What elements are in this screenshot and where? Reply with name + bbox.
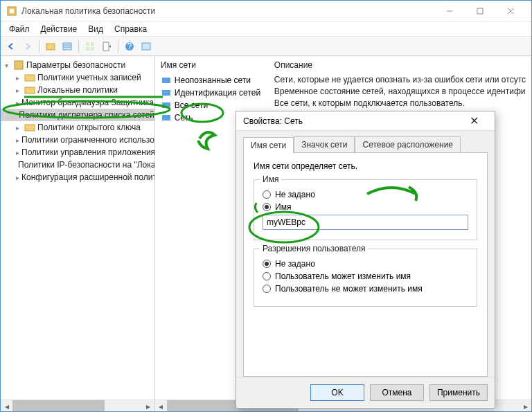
radio-name[interactable]: Имя xyxy=(263,202,468,212)
properties-dialog: Свойства: Сеть ✕ Имя сети Значок сети Се… xyxy=(236,111,495,409)
svg-rect-6 xyxy=(86,47,89,51)
radio-icon[interactable] xyxy=(263,260,271,268)
description-text: Все сети, к которым подключается пользов… xyxy=(274,98,526,109)
scroll-left-icon[interactable]: ◂ xyxy=(1,400,12,411)
dialog-button-row: OK Отмена Применить xyxy=(236,377,495,408)
folder-icon[interactable] xyxy=(43,39,58,54)
svg-rect-7 xyxy=(91,47,94,51)
network-icon xyxy=(161,87,172,98)
tree-item[interactable]: Политики IP-безопасности на "Локальн xyxy=(1,159,154,171)
expand-icon[interactable]: ▸ xyxy=(16,136,19,144)
svg-rect-25 xyxy=(162,102,170,108)
svg-rect-11 xyxy=(142,43,150,50)
network-icon xyxy=(161,100,172,111)
titlebar: Локальная политика безопасности xyxy=(1,1,531,21)
expand-icon[interactable]: ▸ xyxy=(16,99,19,107)
tree-item[interactable]: ▸Локальные политики xyxy=(1,84,154,96)
grid-icon[interactable] xyxy=(82,39,98,54)
tab-network-location[interactable]: Сетевое расположение xyxy=(355,136,461,152)
column-header-name[interactable]: Имя сети xyxy=(161,59,263,74)
tab-panel: Имя сети определяет сеть. Имя Не задано … xyxy=(243,152,488,377)
minimize-button[interactable] xyxy=(434,1,465,21)
menu-help[interactable]: Справка xyxy=(109,23,152,35)
radio-perm-can-change[interactable]: Пользователь может изменить имя xyxy=(263,271,468,281)
scroll-right-icon[interactable]: ▸ xyxy=(143,400,154,411)
group-legend: Разрешения пользователя xyxy=(260,244,368,253)
svg-rect-4 xyxy=(86,42,89,46)
svg-rect-26 xyxy=(162,115,170,120)
svg-rect-17 xyxy=(25,125,35,131)
close-button[interactable] xyxy=(495,1,526,21)
radio-perm-cannot-change[interactable]: Пользователь не может изменить имя xyxy=(263,284,468,294)
maximize-button[interactable] xyxy=(465,1,495,21)
column-header-desc[interactable]: Описание xyxy=(274,59,526,74)
folder-icon xyxy=(24,84,35,96)
svg-rect-13 xyxy=(25,75,35,81)
scroll-right-icon[interactable]: ▸ xyxy=(520,400,531,411)
description-text: Временное состояние сетей, находящихся в… xyxy=(274,86,526,98)
toolbar: ? xyxy=(1,37,531,56)
tree-item-selected[interactable]: Политики диспетчера списка сетей xyxy=(1,109,154,121)
collapse-icon[interactable]: ▾ xyxy=(5,62,13,69)
menu-file[interactable]: Файл xyxy=(3,23,35,35)
folder-icon xyxy=(24,122,35,133)
dialog-title: Свойства: Сеть xyxy=(243,116,460,126)
description-text: Сети, которые не удается опознать из-за … xyxy=(274,74,526,86)
horizontal-scrollbar[interactable]: ◂ ▸ xyxy=(1,400,154,411)
expand-icon[interactable]: ▸ xyxy=(16,174,19,181)
network-icon xyxy=(161,75,172,86)
hint-text: Имя сети определяет сеть. xyxy=(254,161,477,171)
refresh-icon[interactable] xyxy=(139,39,154,54)
menu-view[interactable]: Вид xyxy=(82,23,109,35)
radio-icon[interactable] xyxy=(263,285,271,293)
dialog-close-button[interactable]: ✕ xyxy=(460,112,488,130)
forward-button[interactable] xyxy=(20,39,35,54)
network-name-input[interactable] xyxy=(263,215,468,230)
tree-pane: ▾ Параметры безопасности ▸Политики учетн… xyxy=(1,56,155,411)
cancel-button[interactable]: Отмена xyxy=(370,384,424,401)
export-icon[interactable] xyxy=(99,39,114,54)
apply-button[interactable]: Применить xyxy=(429,384,488,401)
ok-button[interactable]: OK xyxy=(310,384,364,401)
scroll-thumb[interactable] xyxy=(12,400,105,411)
group-name: Имя Не задано Имя xyxy=(254,179,477,240)
tree-item[interactable]: ▸Политики открытого ключа xyxy=(1,121,154,134)
list-icon[interactable] xyxy=(60,39,75,54)
tree-item[interactable]: ▸Политики ограниченного использовани xyxy=(1,134,154,146)
svg-rect-8 xyxy=(103,42,109,51)
folder-icon xyxy=(24,72,35,83)
tree-root[interactable]: ▾ Параметры безопасности xyxy=(1,59,154,71)
svg-rect-24 xyxy=(162,90,170,96)
svg-rect-2 xyxy=(46,44,55,50)
back-button[interactable] xyxy=(3,39,19,54)
expand-icon[interactable]: ▸ xyxy=(16,87,24,94)
tab-network-icon[interactable]: Значок сети xyxy=(294,136,355,152)
expand-icon[interactable]: ▸ xyxy=(16,74,24,82)
scroll-left-icon[interactable]: ◂ xyxy=(155,400,167,411)
svg-rect-14 xyxy=(25,87,35,93)
radio-perm-notset[interactable]: Не задано xyxy=(263,259,468,269)
tree-item[interactable]: ▸Политики управления приложениями xyxy=(1,146,154,159)
svg-text:?: ? xyxy=(127,42,132,51)
radio-icon[interactable] xyxy=(263,203,271,211)
expand-icon[interactable]: ▸ xyxy=(16,124,24,132)
radio-icon[interactable] xyxy=(263,190,271,199)
svg-rect-3 xyxy=(63,43,71,50)
help-icon[interactable]: ? xyxy=(122,39,137,54)
menu-action[interactable]: Действие xyxy=(35,23,83,35)
tree-item[interactable]: ▸Монитор брандмауэра Защитника Wind xyxy=(1,96,154,109)
network-icon xyxy=(161,112,172,123)
list-item[interactable]: Идентификация сетей xyxy=(161,87,263,99)
window-title: Локальная политика безопасности xyxy=(21,6,434,16)
group-legend: Имя xyxy=(260,174,281,184)
dialog-tabs: Имя сети Значок сети Сетевое расположени… xyxy=(236,131,495,152)
tab-network-name[interactable]: Имя сети xyxy=(243,137,294,153)
list-item[interactable]: Неопознанные сети xyxy=(161,74,263,87)
tree-item[interactable]: ▸Политики учетных записей xyxy=(1,71,154,84)
radio-not-set[interactable]: Не задано xyxy=(263,190,468,199)
expand-icon[interactable]: ▸ xyxy=(16,149,19,156)
tree-item[interactable]: ▸Конфигурация расширенной политики а xyxy=(1,171,154,183)
radio-icon[interactable] xyxy=(263,272,271,280)
svg-rect-1 xyxy=(477,8,483,14)
list-item[interactable]: Все сети xyxy=(161,99,263,111)
